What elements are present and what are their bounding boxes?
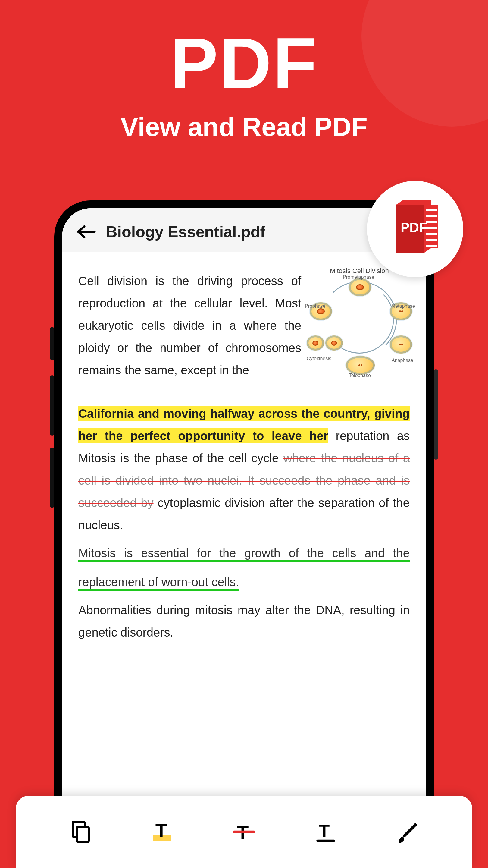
highlight-icon: T: [150, 820, 174, 844]
draw-button[interactable]: [391, 815, 424, 848]
annotation-toolbar: T T T: [16, 796, 472, 868]
underline-button[interactable]: T: [309, 815, 342, 848]
copy-icon: [69, 820, 93, 844]
phone-power-button: [434, 369, 438, 460]
strikethrough-button[interactable]: T: [227, 815, 261, 848]
hero-section: PDF View and Read PDF: [0, 27, 488, 142]
underline-icon: T: [314, 820, 338, 844]
svg-rect-12: [77, 827, 89, 842]
diagram-label: Telophase: [349, 371, 371, 380]
phone-volume-up: [50, 375, 54, 435]
diagram-label: Prophase: [305, 302, 326, 311]
mitosis-diagram: Mitosis Cell Division Prometaphase Proph…: [307, 266, 412, 387]
phone-screen: Biology Essential.pdf Mitosis Cell Divis…: [62, 208, 426, 868]
diagram-label: Cytokinesis: [307, 354, 331, 363]
svg-text:T: T: [156, 820, 167, 841]
underlined-text[interactable]: Mitosis is essential for the growth of t…: [78, 547, 410, 591]
doc-tail: Abnormalities during mitosis may alter t…: [78, 599, 410, 644]
diagram-label: Anaphase: [392, 356, 413, 365]
svg-text:T: T: [319, 821, 330, 841]
arrow-left-icon: [75, 224, 97, 239]
doc-body: California and moving halfway across the…: [78, 402, 410, 536]
app-promo-canvas: PDF View and Read PDF PDF: [0, 0, 488, 868]
pdf-file-icon: PDF: [385, 199, 445, 259]
diagram-label: Prometaphase: [343, 273, 374, 282]
copy-button[interactable]: [64, 815, 97, 848]
diagram-label: Metaphase: [391, 302, 415, 311]
strikethrough-icon: T: [232, 820, 256, 844]
pdf-badge: PDF: [367, 181, 463, 277]
hero-title: PDF: [0, 27, 488, 99]
phone-mockup: Biology Essential.pdf Mitosis Cell Divis…: [54, 200, 434, 868]
highlight-button[interactable]: T: [146, 815, 179, 848]
phone-side-button: [50, 327, 54, 360]
back-button[interactable]: [75, 224, 97, 239]
phone-volume-down: [50, 447, 54, 508]
doc-underline-block: Mitosis is essential for the growth of t…: [78, 538, 410, 596]
document-view[interactable]: Mitosis Cell Division Prometaphase Proph…: [62, 252, 426, 868]
pdf-badge-label: PDF: [401, 220, 427, 235]
file-title: Biology Essential.pdf: [106, 223, 265, 241]
hero-subtitle: View and Read PDF: [0, 112, 488, 142]
brush-icon: [395, 820, 419, 844]
